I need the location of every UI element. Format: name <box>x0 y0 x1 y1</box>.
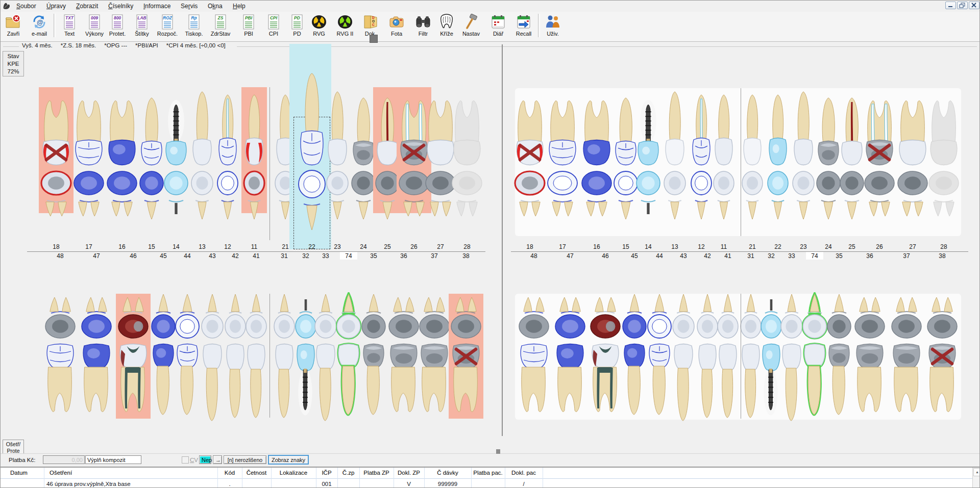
tooth-lingual-18[interactable] <box>516 199 544 221</box>
window-close-button[interactable] <box>969 2 979 9</box>
column-header-datum[interactable]: Datum <box>5 468 44 478</box>
table-scrollbar[interactable]: ▲ <box>972 468 980 488</box>
tooth-lingual-26[interactable] <box>400 199 428 221</box>
tooth-36[interactable] <box>389 342 419 415</box>
menu-item-informace[interactable]: Informace <box>140 2 174 10</box>
tooth-number-22[interactable]: 22 <box>769 243 787 250</box>
tooth-number-31[interactable]: 31 <box>275 252 293 260</box>
splitter-handle-bottom[interactable] <box>496 449 500 454</box>
tooth-occlusal-26[interactable] <box>864 169 895 197</box>
column-header-cdavky[interactable]: Č dávky <box>424 468 471 478</box>
tooth-lingual-25[interactable] <box>376 199 399 221</box>
tooth-occlusal-12[interactable] <box>690 169 713 197</box>
tooth-21[interactable] <box>742 93 763 167</box>
toolbar-button-tiskop[interactable]: RpTiskop. <box>181 13 207 40</box>
tooth-occlusal-36[interactable] <box>388 313 420 340</box>
tooth-lingual-42[interactable] <box>698 292 717 315</box>
tooth-number-38[interactable]: 38 <box>457 252 475 260</box>
tooth-occlusal-31[interactable] <box>273 313 296 340</box>
tooth-number-11[interactable]: 11 <box>245 243 263 250</box>
tooth-occlusal-16[interactable] <box>581 169 612 197</box>
menu-item-ciselniky[interactable]: Číselníky <box>105 2 137 10</box>
tooth-occlusal-42[interactable] <box>224 313 247 340</box>
tooth-occlusal-13[interactable] <box>663 169 687 197</box>
tooth-occlusal-41[interactable] <box>245 313 267 340</box>
tooth-occlusal-47[interactable] <box>554 313 586 340</box>
tooth-44[interactable] <box>176 342 199 417</box>
column-header-osetreni[interactable]: Ošetření <box>44 468 217 478</box>
cell-czp[interactable] <box>337 479 359 488</box>
tooth-13[interactable] <box>191 90 213 167</box>
tooth-36[interactable] <box>855 342 885 415</box>
tooth-lingual-46[interactable] <box>119 292 148 315</box>
column-header-cetnost[interactable]: Četnost <box>242 468 271 478</box>
tooth-lingual-47[interactable] <box>556 292 584 315</box>
tooth-occlusal-32[interactable] <box>760 313 782 340</box>
tooth-lingual-74[interactable] <box>337 292 360 315</box>
tooth-occlusal-12[interactable] <box>216 169 239 197</box>
tooth-lingual-18[interactable] <box>42 199 70 221</box>
treatment-input[interactable] <box>85 455 141 464</box>
tooth-number-36[interactable]: 36 <box>861 252 879 260</box>
column-header-lokalizace[interactable]: Lokalizace <box>271 468 316 478</box>
tooth-number-28[interactable]: 28 <box>935 243 953 250</box>
tooth-number-15[interactable]: 15 <box>617 243 635 250</box>
tooth-number-26[interactable]: 26 <box>870 243 889 250</box>
column-header-platba_zp[interactable]: Platba ZP <box>359 468 394 478</box>
tooth-31[interactable] <box>274 342 295 420</box>
tooth-18[interactable] <box>515 98 545 167</box>
toolbar-button-krize[interactable]: Kříže <box>433 13 460 40</box>
transfer-arrow-button[interactable]: → <box>213 455 222 464</box>
tooth-lingual-74[interactable] <box>803 292 826 315</box>
tooth-number-26[interactable]: 26 <box>405 243 423 250</box>
tooth-48[interactable] <box>519 342 549 415</box>
tooth-lingual-12[interactable] <box>692 199 711 221</box>
tooth-occlusal-15[interactable] <box>139 169 164 197</box>
toolbar-button-email[interactable]: @e-mail <box>26 13 53 40</box>
toolbar-button-cpi[interactable]: CPICPI <box>260 13 287 40</box>
toolbar-button-nastav[interactable]: Nastav <box>458 13 484 40</box>
tooth-lingual-21[interactable] <box>743 199 762 221</box>
tooth-28[interactable] <box>929 98 959 167</box>
tooth-number-35[interactable]: 35 <box>830 252 848 260</box>
cell-platba_pac[interactable] <box>471 479 505 488</box>
tooth-lingual-35[interactable] <box>828 292 850 315</box>
tooth-number-32[interactable]: 32 <box>297 252 315 260</box>
tooth-lingual-22[interactable] <box>768 199 788 221</box>
tooth-lingual-15[interactable] <box>615 199 637 221</box>
column-header-dokl_zp[interactable]: Dokl. ZP <box>394 468 424 478</box>
tooth-lingual-33[interactable] <box>781 292 802 315</box>
tooth-16[interactable] <box>582 98 611 167</box>
tooth-lingual-31[interactable] <box>741 292 761 315</box>
tooth-lingual-32[interactable] <box>296 292 315 315</box>
toolbar-button-zavri[interactable]: Zavři <box>0 13 27 40</box>
tab-osetr-prote[interactable]: Ošetř/ Prote <box>3 440 24 455</box>
tooth-28[interactable] <box>452 98 482 167</box>
tooth-lingual-14[interactable] <box>165 199 187 221</box>
tooth-occlusal-74[interactable] <box>802 313 827 340</box>
tooth-lingual-22[interactable] <box>299 202 325 232</box>
tooth-lingual-41[interactable] <box>718 292 738 315</box>
tooth-43[interactable] <box>673 342 694 423</box>
tooth-lingual-31[interactable] <box>275 292 294 315</box>
tooth-occlusal-11[interactable] <box>713 169 735 197</box>
tooth-occlusal-14[interactable] <box>163 169 189 197</box>
tooth-14[interactable] <box>164 96 188 167</box>
column-header-czp[interactable]: Č.zp <box>337 468 359 478</box>
tooth-occlusal-18[interactable] <box>514 169 546 197</box>
tooth-number-74[interactable]: 74 <box>805 252 824 260</box>
column-header-kod[interactable]: Kód <box>217 468 242 478</box>
tooth-13[interactable] <box>664 90 685 167</box>
tooth-occlusal-42[interactable] <box>696 313 719 340</box>
cv-checkbox[interactable] <box>182 456 189 464</box>
window-restore-button[interactable] <box>957 2 968 9</box>
tooth-27[interactable] <box>898 98 927 167</box>
tooth-lingual-44[interactable] <box>176 292 199 315</box>
tooth-occlusal-47[interactable] <box>81 313 112 340</box>
tooth-32[interactable] <box>761 342 781 420</box>
tooth-occlusal-15[interactable] <box>613 169 639 197</box>
tooth-26[interactable] <box>865 98 894 167</box>
tooth-occlusal-38[interactable] <box>926 313 958 340</box>
cell-kod[interactable]: . <box>217 479 242 488</box>
column-header-icp[interactable]: IČP <box>316 468 337 478</box>
